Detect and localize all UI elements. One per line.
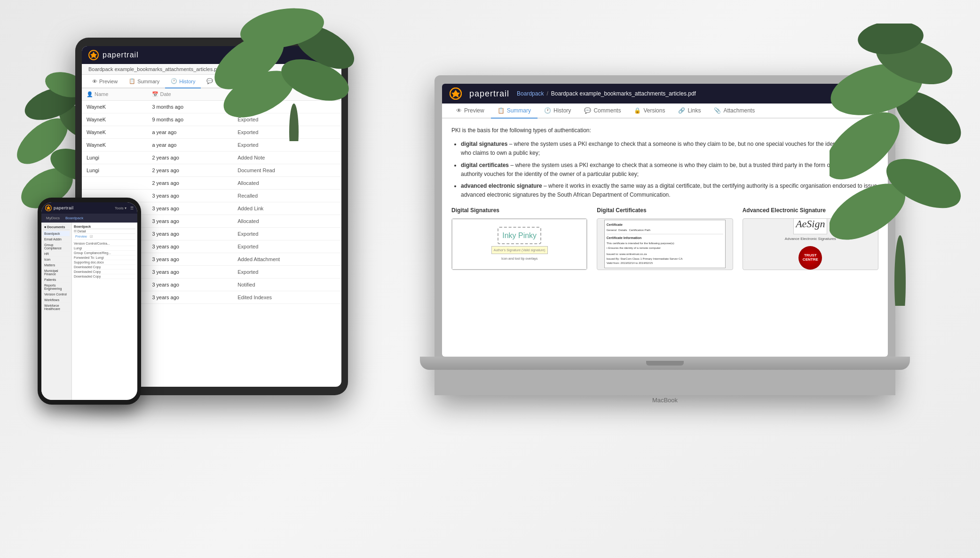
laptop-body: papertrail Boardpack / Boardpack example…: [435, 75, 895, 395]
col-name-header: 👤 Name: [82, 88, 147, 101]
phone-nav-boardpack[interactable]: Boardpack: [63, 215, 85, 221]
cell-action: Recalled: [233, 190, 341, 202]
laptop-screen: papertrail Boardpack / Boardpack example…: [442, 84, 888, 357]
laptop-tab-comments[interactable]: 💬 Comments: [577, 104, 627, 119]
phone-hamburger-icon[interactable]: ☰: [130, 206, 134, 210]
phone-sidebar-item[interactable]: Workflows: [43, 297, 70, 303]
phone-main-list-item[interactable]: Downloaded Copy: [74, 265, 135, 270]
phone-device: papertrail Tools ▾ ☰ MyDocs Boardpack ■ …: [38, 198, 141, 405]
laptop-history-icon: 🕐: [544, 107, 551, 114]
laptop-app-name: papertrail: [469, 89, 509, 99]
phone-sidebar-item[interactable]: Workforce Healthcare: [43, 303, 70, 312]
phone-app-header: papertrail Tools ▾ ☰: [41, 202, 137, 214]
tablet-tab-preview[interactable]: 👁 Preview: [87, 75, 123, 88]
phone-main-list-item[interactable]: Lungi: [74, 246, 135, 251]
preview-icon: 👁: [92, 79, 97, 84]
summary-doc-icon: 📋: [498, 107, 505, 114]
cell-date: 2 years ago: [147, 151, 233, 164]
links-icon: 🔗: [678, 107, 685, 114]
phone-sidebar-item[interactable]: Matters: [43, 263, 70, 268]
phone-sidebar-item[interactable]: Reports Engineering: [43, 283, 70, 292]
tablet-app-name: papertrail: [103, 51, 139, 59]
cell-action: Allocated: [233, 215, 341, 228]
phone-main-list-item[interactable]: Version Control/Contra...: [74, 241, 135, 246]
history-icon: 🕐: [171, 78, 177, 84]
digital-certificates-block: Digital Certificates Certificate General…: [597, 206, 733, 270]
tablet-table-row: Lungi 2 years ago Document Read: [82, 164, 341, 177]
phone-sidebar: ■ Documents BoardpackEmail AddinGroup Co…: [41, 223, 72, 400]
macbook-label: MacBook: [435, 397, 895, 404]
phone-main-list-item[interactable]: Group Compliance/Reg...: [74, 251, 135, 255]
attachments-icon: 📎: [714, 107, 721, 114]
laptop-tab-history[interactable]: 🕐 History: [537, 104, 577, 119]
cell-name: WayneK: [82, 139, 147, 151]
phone-mini-tab-preview[interactable]: Preview: [74, 234, 88, 239]
digital-signatures-image: Inky Pinky Author's Signature (Valid sig…: [451, 218, 587, 270]
laptop-breadcrumb: Boardpack / Boardpack example_bookmarks_…: [517, 90, 696, 97]
laptop-tab-links[interactable]: 🔗 Links: [672, 104, 707, 119]
comments-bubble-icon: 💬: [584, 107, 591, 114]
cell-date: 2 years ago: [147, 177, 233, 190]
tablet-tab-summary[interactable]: 📋 Summary: [123, 75, 165, 88]
cell-name: WayneK: [82, 101, 147, 113]
phone-sidebar-item[interactable]: Boardpack: [43, 231, 70, 237]
cell-name: [82, 177, 147, 190]
phone-nav-mydocs[interactable]: MyDocs: [44, 215, 62, 221]
laptop-device: papertrail Boardpack / Boardpack example…: [435, 75, 895, 395]
cell-action: Allocated: [233, 177, 341, 190]
digital-certificates-image: Certificate GeneralDetailsCertification …: [597, 218, 733, 270]
content-item-3: advanced electronic signature – where it…: [461, 182, 878, 199]
phone-main-list-item[interactable]: Supporting doc.docx: [74, 260, 135, 265]
cert-info-title: Certificate Information: [607, 235, 724, 240]
phone-sidebar-title: ■ Documents: [43, 224, 70, 230]
cell-action: Added Link: [233, 202, 341, 215]
cert-tabs: GeneralDetailsCertification Path: [607, 228, 724, 234]
content-list: digital signatures – where the system us…: [461, 140, 878, 199]
document-image-sections: Digital Signatures Inky Pinky Author's S…: [451, 206, 878, 270]
laptop-document-content: PKI is the basis for the following types…: [442, 119, 888, 357]
versions-lock-icon: 🔒: [634, 107, 641, 114]
laptop-tab-versions[interactable]: 🔒 Versions: [627, 104, 672, 119]
plant-right-decoration: [830, 24, 971, 306]
cert-purpose: This certificate is intended for the fol…: [607, 241, 724, 250]
phone-sidebar-item[interactable]: Municipal Finance: [43, 268, 70, 277]
phone-main-area: Boardpack !!! Detail Preview ☑ Version C…: [72, 223, 137, 400]
laptop-base: [420, 357, 910, 370]
phone-sidebar-item[interactable]: Email Addin: [43, 237, 70, 242]
digital-signatures-block: Digital Signatures Inky Pinky Author's S…: [451, 206, 587, 270]
phone-boardpack-header: Boardpack: [74, 224, 135, 229]
scene: papertrail Boardpack example_bookmarks_a…: [0, 0, 980, 558]
breadcrumb-link[interactable]: Boardpack: [517, 90, 544, 97]
phone-sidebar-item[interactable]: Group Compliance: [43, 242, 70, 251]
phone-main-list-item[interactable]: Forwarded To: Lungi: [74, 255, 135, 260]
trust-centre-seal: TRUSTCENTRE: [798, 246, 822, 270]
term-advanced-sig: advanced electronic signature: [461, 183, 542, 189]
phone-sidebar-item[interactable]: Version Control: [43, 292, 70, 297]
laptop-tab-summary[interactable]: 📋 Summary: [491, 104, 537, 119]
phone-mini-tab-other[interactable]: ☑: [88, 234, 94, 239]
laptop-tabs: 👁 Preview 📋 Summary 🕐 History 💬 Comments: [442, 104, 888, 119]
cert-title: Certificate: [607, 222, 724, 227]
cell-date: 3 years ago: [147, 228, 233, 240]
cell-date: 2 years ago: [147, 164, 233, 177]
phone-sidebar-item[interactable]: HR: [43, 251, 70, 257]
content-item-2: digital certificates – where the system …: [461, 161, 878, 179]
cell-date: 3 years ago: [147, 240, 233, 253]
laptop-tab-attachments[interactable]: 📎 Attachments: [707, 104, 761, 119]
inky-pinky-sig: Inky Pinky: [498, 227, 541, 245]
phone-sidebar-item[interactable]: Icon: [43, 257, 70, 263]
phone-main-list-item[interactable]: Downloaded Copy: [74, 274, 135, 279]
content-intro: PKI is the basis for the following types…: [451, 126, 878, 135]
laptop-tab-preview[interactable]: 👁 Preview: [450, 104, 491, 119]
summary-icon: 📋: [129, 78, 135, 84]
cell-action: Exported: [233, 240, 341, 253]
cell-name: WayneK: [82, 126, 147, 139]
laptop-notch: [646, 361, 684, 366]
tablet-tab-history[interactable]: 🕐 History: [165, 75, 201, 88]
phone-sidebar-item[interactable]: Patients: [43, 277, 70, 283]
phone-main-list-item[interactable]: Downloaded Copy: [74, 270, 135, 274]
trust-centre-block: TRUSTCENTRE Powered by the SA Post Offic…: [791, 246, 830, 270]
breadcrumb-current: Boardpack example_bookmarks_attachments_…: [551, 90, 696, 97]
breadcrumb-separator: /: [546, 90, 548, 97]
phone-tools-menu[interactable]: Tools ▾: [115, 206, 126, 210]
